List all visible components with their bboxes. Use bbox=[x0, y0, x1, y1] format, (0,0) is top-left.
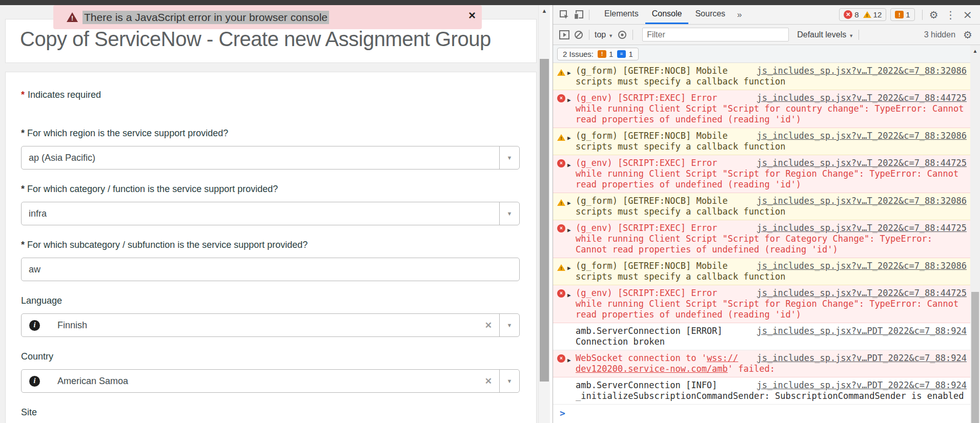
console-prompt[interactable]: > bbox=[553, 405, 970, 413]
chevron-down-icon: ▼ bbox=[849, 33, 853, 38]
info-issue-icon: ≡ bbox=[617, 50, 626, 58]
required-asterisk: * bbox=[21, 184, 25, 194]
page-scrollbar-thumb[interactable] bbox=[540, 59, 549, 382]
expand-caret-icon[interactable]: ▶ bbox=[567, 290, 571, 301]
message-text: js_includes_sp.jsx?v…PDT_2022&c=7_88:924… bbox=[576, 353, 967, 374]
log-levels-selector[interactable]: Default levels▼ bbox=[797, 30, 853, 39]
scroll-up-icon[interactable]: ▲ bbox=[970, 45, 980, 54]
field-label: *For which region is the service support… bbox=[21, 128, 520, 139]
console-sidebar-icon[interactable] bbox=[557, 28, 571, 42]
warning-count: 12 bbox=[873, 10, 882, 19]
warning-triangle bbox=[557, 264, 565, 271]
page-scrollbar[interactable]: ▲ bbox=[538, 5, 550, 423]
error-icon: × bbox=[557, 354, 565, 363]
clear-icon[interactable]: ✕ bbox=[478, 376, 499, 387]
dropdown-arrow-icon[interactable]: ▼ bbox=[499, 202, 519, 225]
source-link[interactable]: js_includes_sp.jsx?v…T_2022&c=7_88:32086 bbox=[757, 131, 967, 141]
expand-caret-icon[interactable]: ▶ bbox=[567, 263, 571, 273]
tab-elements[interactable]: Elements bbox=[598, 5, 645, 24]
tab-sources[interactable]: Sources bbox=[688, 5, 732, 24]
expand-caret-icon[interactable]: ▶ bbox=[567, 225, 571, 236]
message-text: js_includes_sp.jsx?v…T_2022&c=7_88:32086… bbox=[576, 261, 967, 282]
hidden-messages-count: 3 hidden bbox=[924, 30, 955, 39]
tab-console[interactable]: Console bbox=[645, 5, 689, 24]
select-field[interactable]: ap (Asia Pacific)▼ bbox=[21, 146, 520, 170]
scroll-up-icon[interactable]: ▲ bbox=[539, 5, 550, 14]
dropdown-arrow-icon[interactable]: ▼ bbox=[499, 314, 519, 336]
issues-count-button[interactable]: ! 1 bbox=[890, 8, 914, 21]
error-icon: × bbox=[557, 224, 565, 232]
source-link[interactable]: js_includes_sp.jsx?v…T_2022&c=7_88:32086 bbox=[757, 196, 967, 206]
devtools-tabs: ElementsConsoleSources bbox=[598, 5, 732, 24]
divider bbox=[589, 30, 589, 40]
expand-caret-icon[interactable]: ▶ bbox=[567, 68, 571, 78]
clear-console-icon[interactable] bbox=[571, 28, 586, 42]
source-link[interactable]: js_includes_sp.jsx?v…PDT_2022&c=7_88:924 bbox=[757, 380, 967, 391]
svg-text:!: ! bbox=[71, 15, 73, 22]
source-link[interactable]: js_includes_sp.jsx?v…T_2022&c=7_88:44725 bbox=[757, 288, 967, 299]
dropdown-arrow-icon[interactable]: ▼ bbox=[499, 370, 519, 392]
kebab-menu-icon[interactable]: ⋮ bbox=[942, 9, 959, 21]
error-count: 8 bbox=[854, 10, 859, 19]
window-top-strip bbox=[0, 0, 980, 5]
source-link[interactable]: js_includes_sp.jsx?v…T_2022&c=7_88:44725 bbox=[757, 223, 967, 234]
console-message-warning: ▶js_includes_sp.jsx?v…T_2022&c=7_88:3208… bbox=[553, 193, 970, 220]
expand-caret-icon[interactable]: ▶ bbox=[567, 160, 571, 171]
console-message-warning: ▶js_includes_sp.jsx?v…T_2022&c=7_88:3208… bbox=[553, 258, 970, 285]
issues-pill-button[interactable]: 2 Issues: ! 1 ≡ 1 bbox=[557, 48, 639, 60]
reference-field[interactable]: iAmerican Samoa✕▼ bbox=[21, 369, 520, 393]
console-scrollbar-thumb[interactable] bbox=[971, 292, 979, 423]
issues-bar: 2 Issues: ! 1 ≡ 1 bbox=[553, 45, 980, 63]
source-link[interactable]: js_includes_sp.jsx?v…T_2022&c=7_88:44725 bbox=[757, 93, 967, 103]
issues-label: 2 Issues: bbox=[563, 50, 594, 58]
info-icon[interactable]: i bbox=[29, 376, 40, 387]
live-expression-eye-icon[interactable] bbox=[615, 28, 629, 42]
info-issue-count: 1 bbox=[628, 50, 632, 58]
prompt-chevron-icon: > bbox=[560, 408, 565, 418]
expand-caret-icon[interactable]: ▶ bbox=[567, 355, 571, 366]
expand-caret-icon[interactable]: ▶ bbox=[567, 198, 571, 208]
field-label: Site bbox=[21, 407, 520, 418]
error-icon: × bbox=[557, 289, 565, 298]
inspect-element-icon[interactable] bbox=[557, 8, 571, 22]
source-link[interactable]: js_includes_sp.jsx?v…PDT_2022&c=7_88:924 bbox=[757, 353, 967, 364]
message-text: js_includes_sp.jsx?v…T_2022&c=7_88:44725… bbox=[576, 288, 967, 320]
source-link[interactable]: js_includes_sp.jsx?v…T_2022&c=7_88:32086 bbox=[757, 66, 967, 76]
required-asterisk: * bbox=[21, 240, 25, 250]
form-group-6: Site bbox=[21, 407, 520, 418]
required-asterisk: * bbox=[21, 128, 25, 138]
source-link[interactable]: js_includes_sp.jsx?v…PDT_2022&c=7_88:924 bbox=[757, 326, 967, 336]
dropdown-arrow-icon[interactable]: ▼ bbox=[499, 146, 519, 169]
expand-caret-icon[interactable]: ▶ bbox=[567, 133, 571, 143]
field-value: aw bbox=[29, 264, 40, 275]
more-tabs-icon[interactable]: » bbox=[732, 10, 747, 20]
console-message-error: ×▶js_includes_sp.jsx?v…PDT_2022&c=7_88:9… bbox=[553, 350, 970, 377]
source-link[interactable]: js_includes_sp.jsx?v…T_2022&c=7_88:32086 bbox=[757, 261, 967, 271]
warning-triangle bbox=[557, 134, 565, 141]
error-warning-counts-button[interactable]: ✕ 8 12 bbox=[839, 8, 886, 21]
form-card: *Indicates required *For which region is… bbox=[5, 72, 537, 423]
expand-caret-icon[interactable]: ▶ bbox=[567, 95, 571, 105]
info-icon[interactable]: i bbox=[29, 320, 40, 331]
settings-gear-icon[interactable]: ⚙ bbox=[926, 9, 942, 21]
websocket-url-link[interactable]: wss://dev120200.service-now.com/amb bbox=[576, 353, 738, 374]
close-devtools-icon[interactable]: × bbox=[959, 8, 976, 21]
divider bbox=[589, 10, 589, 20]
banner-close-icon[interactable]: × bbox=[468, 9, 476, 22]
warning-icon bbox=[557, 263, 565, 273]
console-message-info: js_includes_sp.jsx?v…PDT_2022&c=7_88:924… bbox=[553, 377, 970, 405]
field-label: Country bbox=[21, 351, 520, 362]
clear-icon[interactable]: ✕ bbox=[478, 320, 499, 331]
device-toolbar-icon[interactable] bbox=[571, 8, 586, 22]
console-settings-gear-icon[interactable]: ⚙ bbox=[959, 29, 976, 41]
select-field[interactable]: infra▼ bbox=[21, 202, 520, 225]
divider bbox=[632, 30, 633, 40]
filter-input[interactable] bbox=[642, 28, 789, 41]
reference-field[interactable]: iFinnish✕▼ bbox=[21, 313, 520, 337]
context-selector[interactable]: top▼ bbox=[595, 30, 613, 39]
text-field[interactable]: aw bbox=[21, 258, 520, 281]
console-scrollbar[interactable]: ▲ bbox=[970, 45, 980, 423]
source-link[interactable]: js_includes_sp.jsx?v…T_2022&c=7_88:44725 bbox=[757, 158, 967, 168]
console-toolbar: top▼ Default levels▼ 3 hidden ⚙ bbox=[553, 25, 980, 45]
message-text: js_includes_sp.jsx?v…T_2022&c=7_88:32086… bbox=[576, 131, 967, 152]
